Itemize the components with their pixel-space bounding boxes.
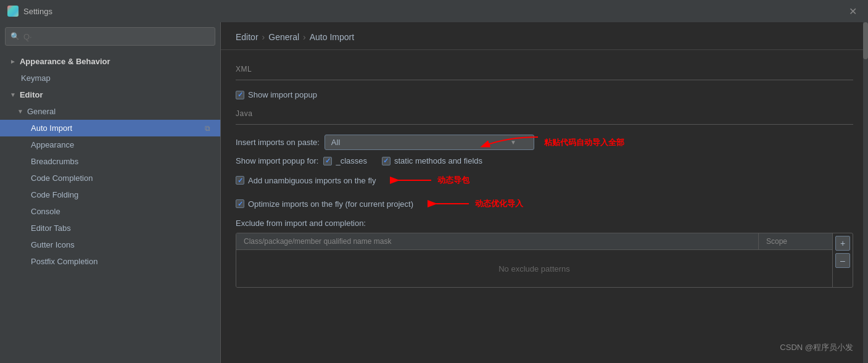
sidebar-item-keymap[interactable]: Keymap xyxy=(0,70,220,86)
classes-checkbox-wrap[interactable]: _classes xyxy=(323,156,367,165)
table-col-name: Class/package/member qualified name mask xyxy=(236,233,758,249)
remove-exclude-button[interactable]: – xyxy=(835,253,850,268)
show-popup-for-label: Show import popup for: xyxy=(236,156,318,165)
search-icon: 🔍 xyxy=(10,32,20,41)
breadcrumb-sep-2: › xyxy=(303,32,306,42)
window-title: Settings xyxy=(23,7,845,16)
annotation-optimize-text: 动态优化导入 xyxy=(475,198,523,209)
static-methods-label: static methods and fields xyxy=(394,156,482,165)
sidebar: 🔍 ► Appearance & Behavior Keymap ▼ Edito… xyxy=(0,22,221,363)
show-import-popup-label: Show import popup xyxy=(248,90,317,99)
breadcrumb-auto-import: Auto Import xyxy=(310,32,354,42)
sidebar-item-label: Appearance xyxy=(31,140,74,149)
java-section-header: Java xyxy=(236,109,853,118)
annotation-unambiguous: 动态导包 xyxy=(388,172,469,189)
content-area: Editor › General › Auto Import XML Show … xyxy=(221,22,868,363)
xml-section-header: XML xyxy=(236,65,853,73)
optimize-imports-row: Optimize imports on the fly (for current… xyxy=(236,195,853,212)
exclude-section: Exclude from import and completion: Clas… xyxy=(236,219,853,288)
show-import-popup-checkbox[interactable] xyxy=(236,91,244,99)
sidebar-item-label: Auto Import xyxy=(31,123,72,133)
sidebar-item-label: General xyxy=(27,107,56,116)
breadcrumb-general: General xyxy=(268,32,299,42)
breadcrumb-editor: Editor xyxy=(236,32,258,42)
sidebar-item-general[interactable]: ▼ General xyxy=(0,103,220,120)
sidebar-item-label: Gutter Icons xyxy=(31,240,75,249)
sidebar-item-editor-tabs[interactable]: Editor Tabs xyxy=(0,220,220,236)
insert-imports-value: All xyxy=(331,138,340,147)
content-scroll: XML Show import popup Java Insert import… xyxy=(221,50,868,363)
sidebar-item-label: Code Completion xyxy=(31,173,93,183)
sidebar-item-appearance[interactable]: Appearance xyxy=(0,136,220,153)
add-unambiguous-row: Add unambiguous imports on the fly 动态导包 xyxy=(236,172,853,189)
search-box[interactable]: 🔍 xyxy=(5,27,215,46)
sidebar-item-label: Editor Tabs xyxy=(31,223,71,233)
search-input[interactable] xyxy=(23,32,210,41)
arrow-svg-3 xyxy=(426,195,475,212)
table-empty-text: No exclude patterns xyxy=(498,264,570,273)
sidebar-item-label: Code Folding xyxy=(31,190,78,199)
table-actions: + – xyxy=(832,233,853,287)
add-exclude-button[interactable]: + xyxy=(835,236,850,251)
sidebar-item-appearance-behavior[interactable]: ► Appearance & Behavior xyxy=(0,53,220,70)
insert-imports-row: Insert imports on paste: All ▼ xyxy=(236,135,853,150)
sidebar-item-label: Appearance & Behavior xyxy=(20,57,110,66)
sidebar-item-editor[interactable]: ▼ Editor xyxy=(0,86,220,103)
exclude-label: Exclude from import and completion: xyxy=(236,219,366,228)
sidebar-item-code-folding[interactable]: Code Folding xyxy=(0,186,220,203)
title-bar: Settings ✕ xyxy=(0,0,868,22)
sidebar-item-label: Postfix Completion xyxy=(31,257,97,266)
add-unambiguous-label: Add unambiguous imports on the fly xyxy=(248,176,376,185)
main-content: 🔍 ► Appearance & Behavior Keymap ▼ Edito… xyxy=(0,22,868,363)
exclude-table: Class/package/member qualified name mask… xyxy=(236,233,853,288)
copy-icon: ⧉ xyxy=(205,124,210,133)
breadcrumb: Editor › General › Auto Import xyxy=(221,22,868,50)
classes-checkbox[interactable] xyxy=(323,157,332,165)
show-popup-for-row: Show import popup for: _classes static m… xyxy=(236,156,853,165)
sidebar-item-postfix-completion[interactable]: Postfix Completion xyxy=(0,253,220,270)
arrow-svg-2 xyxy=(388,172,437,189)
sidebar-item-auto-import[interactable]: Auto Import ⧉ xyxy=(0,120,220,136)
arrow-svg-1 xyxy=(470,131,544,156)
static-methods-checkbox-wrap[interactable]: static methods and fields xyxy=(382,156,482,165)
csdn-watermark: CSDN @程序员小发 xyxy=(780,342,853,353)
sidebar-item-breadcrumbs[interactable]: Breadcrumbs xyxy=(0,153,220,170)
table-body: No exclude patterns xyxy=(236,250,832,287)
app-icon xyxy=(7,6,19,17)
sidebar-item-label: Breadcrumbs xyxy=(31,157,78,166)
table-main: Class/package/member qualified name mask… xyxy=(236,233,832,287)
classes-label: _classes xyxy=(336,156,367,165)
annotation-unambiguous-text: 动态导包 xyxy=(437,175,469,186)
arrow-icon: ▼ xyxy=(10,91,16,98)
optimize-imports-label: Optimize imports on the fly (for current… xyxy=(248,199,413,209)
add-unambiguous-checkbox-wrap[interactable]: Add unambiguous imports on the fly xyxy=(236,176,376,185)
sidebar-item-label: Editor xyxy=(20,90,43,99)
sidebar-item-gutter-icons[interactable]: Gutter Icons xyxy=(0,236,220,253)
show-import-popup-row: Show import popup xyxy=(236,90,853,99)
optimize-imports-checkbox[interactable] xyxy=(236,199,244,208)
sidebar-item-code-completion[interactable]: Code Completion xyxy=(0,170,220,186)
sidebar-item-console[interactable]: Console xyxy=(0,203,220,220)
sidebar-item-label: Console xyxy=(31,207,60,216)
scrollbar-track xyxy=(863,22,868,363)
arrow-icon: ► xyxy=(10,58,16,65)
optimize-imports-checkbox-wrap[interactable]: Optimize imports on the fly (for current… xyxy=(236,199,413,209)
show-import-popup-checkbox-wrap[interactable]: Show import popup xyxy=(236,90,317,99)
breadcrumb-sep-1: › xyxy=(262,32,265,42)
scrollbar-thumb[interactable] xyxy=(863,22,868,59)
xml-divider xyxy=(236,80,853,80)
add-unambiguous-checkbox[interactable] xyxy=(236,176,244,185)
annotation-optimize: 动态优化导入 xyxy=(426,195,523,212)
static-methods-checkbox[interactable] xyxy=(382,157,391,165)
annotation-paste: 粘贴代码自动导入全部 xyxy=(544,137,624,148)
table-col-scope: Scope xyxy=(758,233,832,249)
insert-imports-label: Insert imports on paste: xyxy=(236,138,320,147)
annotation-paste-text: 粘贴代码自动导入全部 xyxy=(544,137,624,148)
java-divider xyxy=(236,124,853,125)
arrow-icon: ▼ xyxy=(17,108,23,115)
nav-tree: ► Appearance & Behavior Keymap ▼ Editor … xyxy=(0,51,220,272)
sidebar-item-label: Keymap xyxy=(21,73,51,83)
table-header: Class/package/member qualified name mask… xyxy=(236,233,832,250)
close-button[interactable]: ✕ xyxy=(845,4,861,19)
